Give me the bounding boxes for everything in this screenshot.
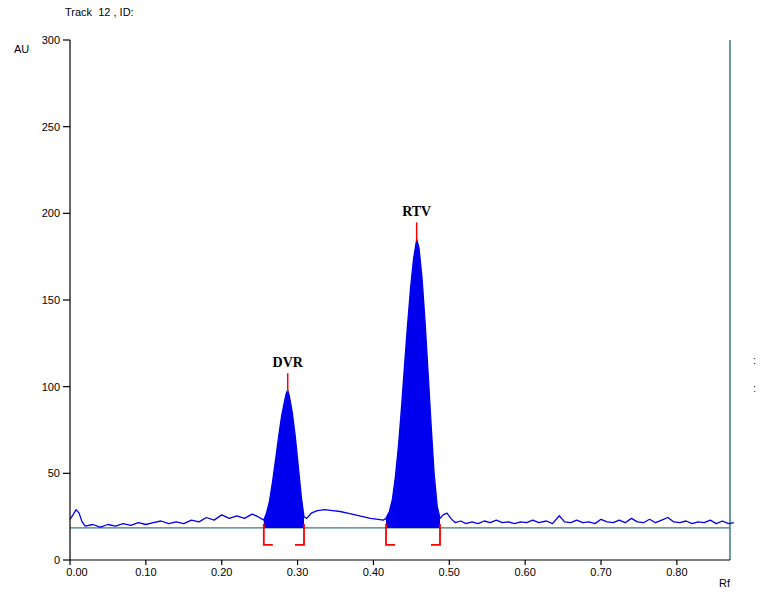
x-tick-label: 0.60 — [514, 566, 535, 578]
x-tick-label: 0.10 — [135, 566, 156, 578]
y-tick-label: 150 — [42, 294, 60, 306]
y-tick-label: 250 — [42, 121, 60, 133]
y-tick-label: 0 — [54, 554, 60, 566]
truncated-text-mark: : — [753, 354, 756, 366]
y-tick-label: 300 — [42, 34, 60, 46]
x-tick-label: 0.80 — [666, 566, 687, 578]
x-tick-label: 0.70 — [590, 566, 611, 578]
y-tick-label: 50 — [48, 467, 60, 479]
peak-label-dvr: DVR — [273, 355, 304, 370]
chromatogram-plot: 0501001502002503000.000.100.200.300.400.… — [0, 0, 761, 599]
x-tick-label: 0.30 — [287, 566, 308, 578]
y-tick-label: 100 — [42, 381, 60, 393]
truncated-text-mark: : — [753, 382, 756, 394]
densitometry-scan-window: Track 12 , ID: AU Rf 0501001502002503000… — [0, 0, 761, 599]
x-tick-label: 0.00 — [66, 566, 87, 578]
y-tick-label: 200 — [42, 207, 60, 219]
x-tick-label: 0.50 — [439, 566, 460, 578]
x-tick-label: 0.40 — [363, 566, 384, 578]
peak-label-rtv: RTV — [402, 204, 431, 219]
x-tick-label: 0.20 — [211, 566, 232, 578]
